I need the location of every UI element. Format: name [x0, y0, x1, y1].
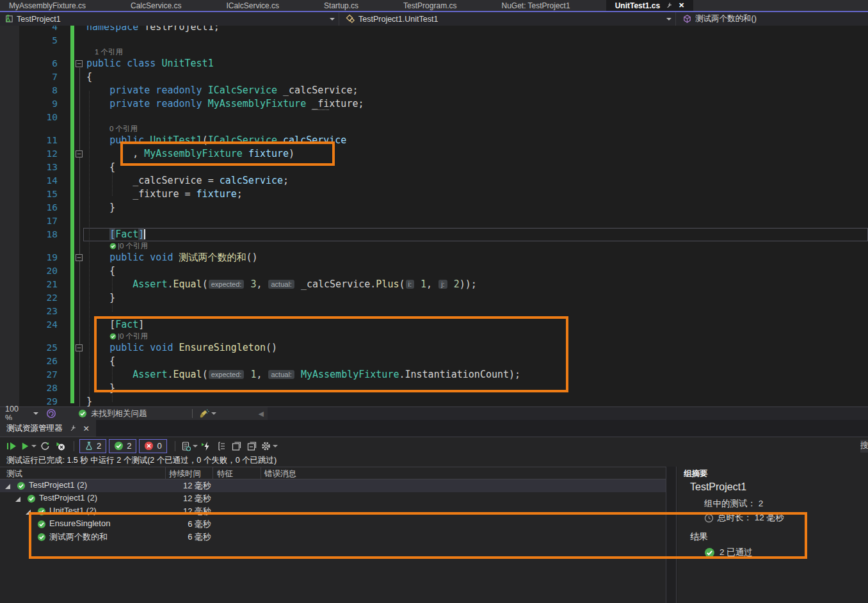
- code-line[interactable]: 11 public UnitTest1(ICalcService calcSer…: [0, 134, 868, 147]
- code-line[interactable]: 9 private readonly MyAssemblyFixture _fi…: [0, 97, 868, 111]
- code-text: }: [86, 395, 92, 406]
- expander-triangle[interactable]: [26, 510, 31, 515]
- column-divider[interactable]: [213, 467, 213, 480]
- code-cleanup-button[interactable]: [199, 406, 216, 421]
- column-header-test[interactable]: 测试: [6, 469, 22, 479]
- run-failed-tests-button[interactable]: [199, 439, 213, 453]
- column-header-traits[interactable]: 特征: [217, 469, 233, 479]
- document-tab[interactable]: TestProgram.cs: [394, 0, 465, 11]
- close-icon[interactable]: ✕: [83, 424, 90, 433]
- test-explorer-tab[interactable]: 测试资源管理器 ✕: [0, 420, 96, 437]
- code-line[interactable]: 16 }: [0, 201, 868, 214]
- code-line[interactable]: 15 _fixture = fixture;: [0, 188, 868, 201]
- pin-icon[interactable]: [666, 2, 673, 9]
- code-line[interactable]: 6–public class UnitTest1: [0, 57, 868, 70]
- code-text: {: [86, 264, 115, 278]
- code-line[interactable]: 13 {: [0, 161, 868, 174]
- run-test-button[interactable]: [20, 439, 36, 453]
- fold-collapse-box[interactable]: –: [76, 60, 83, 67]
- code-line[interactable]: 5: [0, 34, 868, 47]
- code-line[interactable]: 18 [Fact]: [0, 228, 868, 241]
- grid-summary-divider[interactable]: [666, 467, 677, 603]
- test-duration: 12 毫秒: [165, 506, 211, 517]
- test-result-row[interactable]: EnsureSingleton6 毫秒: [0, 518, 666, 531]
- code-editor[interactable]: 4namespace TestProject1;51 个引用6–public c…: [0, 26, 868, 406]
- project-dropdown[interactable]: TestProject1: [0, 12, 339, 26]
- fold-collapse-box[interactable]: –: [76, 150, 83, 157]
- repeat-last-run-button[interactable]: [38, 439, 52, 453]
- horizontal-scrollbar[interactable]: [268, 407, 868, 420]
- column-header-error[interactable]: 错误消息: [264, 469, 296, 479]
- code-line[interactable]: 24 [Fact]: [0, 318, 868, 332]
- code-line[interactable]: 26 {: [0, 355, 868, 368]
- expander-triangle[interactable]: [5, 484, 10, 489]
- grid-rows: TestProject1 (2)12 毫秒TestProject1 (2)12 …: [0, 479, 666, 543]
- code-line[interactable]: 17: [0, 214, 868, 228]
- hscroll-left-arrow[interactable]: ◀: [259, 410, 264, 418]
- group-by-button[interactable]: [214, 439, 229, 453]
- code-line[interactable]: 28 }: [0, 382, 868, 395]
- total-tests-counter[interactable]: 2: [79, 439, 106, 453]
- collapse-all-button[interactable]: [245, 439, 259, 453]
- codelens-indicator[interactable]: |0 个引用: [0, 241, 868, 251]
- run-all-tests-button[interactable]: [5, 439, 19, 453]
- document-tab[interactable]: CalcService.cs: [122, 0, 190, 11]
- codelens-indicator[interactable]: 0 个引用: [0, 124, 868, 134]
- passed-tests-counter[interactable]: 2: [109, 439, 136, 453]
- code-line[interactable]: 22 }: [0, 291, 868, 305]
- code-line[interactable]: 25– public void EnsureSingleton(): [0, 341, 868, 355]
- code-text: private readonly ICalcService _calcServi…: [86, 84, 358, 97]
- check-circle-icon: [78, 409, 87, 418]
- code-line[interactable]: 23: [0, 305, 868, 318]
- pin-icon[interactable]: [69, 424, 77, 432]
- search-input[interactable]: 搜索: [860, 440, 868, 453]
- code-line[interactable]: 10: [0, 111, 868, 124]
- settings-button[interactable]: [261, 439, 278, 453]
- member-dropdown[interactable]: 测试两个数的和(): [676, 12, 868, 26]
- code-line[interactable]: 7{: [0, 70, 868, 84]
- inline-parameter-hint: actual:: [268, 370, 294, 379]
- breadcrumb-member: 测试两个数的和(): [695, 13, 757, 24]
- type-dropdown[interactable]: TestProject1.UnitTest1: [339, 12, 676, 26]
- column-divider[interactable]: [165, 467, 166, 480]
- code-line[interactable]: 19– public void 测试两个数的和(): [0, 251, 868, 264]
- column-divider[interactable]: [261, 467, 261, 480]
- fold-collapse-box[interactable]: –: [76, 344, 83, 351]
- code-line[interactable]: 12– , MyAssemblyFixture fixture): [0, 147, 868, 161]
- column-header-duration[interactable]: 持续时间: [169, 469, 201, 479]
- navigation-bar: TestProject1 TestProject1.UnitTest1 测试两个…: [0, 12, 868, 26]
- code-line[interactable]: 8 private readonly ICalcService _calcSer…: [0, 84, 868, 97]
- document-tab[interactable]: ICalcService.cs: [217, 0, 288, 11]
- line-number: 21: [0, 278, 58, 291]
- test-result-row[interactable]: TestProject1 (2)12 毫秒: [0, 492, 666, 505]
- expand-all-button[interactable]: [230, 439, 244, 453]
- document-tab[interactable]: Startup.cs: [315, 0, 367, 11]
- expander-triangle[interactable]: [15, 497, 20, 502]
- code-line[interactable]: 20 {: [0, 264, 868, 278]
- test-result-row[interactable]: 测试两个数的和6 毫秒: [0, 531, 666, 543]
- close-icon[interactable]: ✕: [679, 1, 684, 10]
- playlist-button[interactable]: [181, 439, 198, 453]
- codelens-indicator[interactable]: |0 个引用: [0, 332, 868, 341]
- codelens-indicator[interactable]: 1 个引用: [0, 47, 868, 57]
- flask-icon: [84, 441, 93, 451]
- cancel-run-button[interactable]: [53, 439, 67, 453]
- code-line[interactable]: 14 _calcService = calcService;: [0, 174, 868, 188]
- line-number: 27: [0, 368, 58, 382]
- document-tab[interactable]: NuGet: TestProject1: [492, 0, 579, 11]
- assistant-icon[interactable]: [46, 408, 56, 419]
- code-line[interactable]: 4namespace TestProject1;: [0, 26, 868, 34]
- test-result-row[interactable]: TestProject1 (2)12 毫秒: [0, 479, 666, 492]
- inline-parameter-hint: expected:: [209, 370, 245, 379]
- document-health-indicator[interactable]: 未找到相关问题: [78, 408, 147, 419]
- document-tab[interactable]: MyAssemblyFixture.cs: [0, 0, 95, 11]
- code-line[interactable]: 29}: [0, 395, 868, 406]
- chevron-down-icon[interactable]: [666, 18, 671, 20]
- failed-tests-counter[interactable]: 0: [139, 439, 166, 453]
- test-result-row[interactable]: UnitTest1 (2)12 毫秒: [0, 505, 666, 518]
- chevron-down-icon[interactable]: [330, 18, 335, 20]
- document-tab[interactable]: UnitTest1.cs✕: [606, 0, 694, 11]
- fold-collapse-box[interactable]: –: [76, 254, 83, 261]
- code-line[interactable]: 21 Assert.Equal(expected: 3, actual: _ca…: [0, 278, 868, 291]
- code-line[interactable]: 27 Assert.Equal(expected: 1, actual: MyA…: [0, 368, 868, 382]
